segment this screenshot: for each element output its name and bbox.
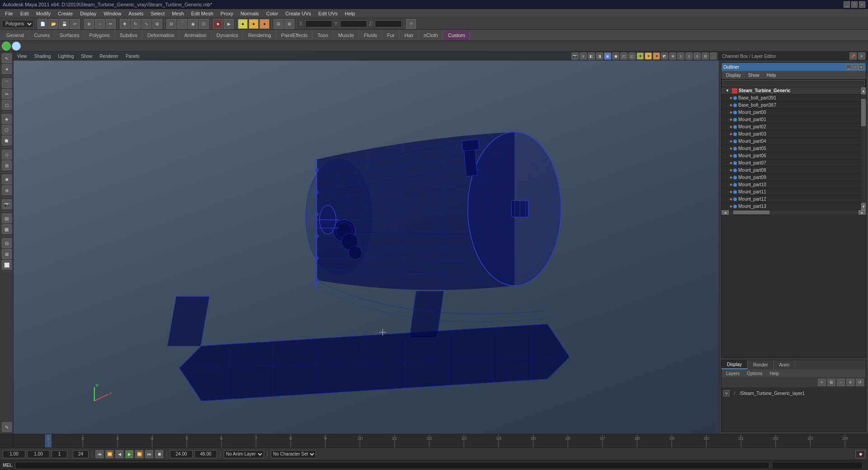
- tab-surfaces[interactable]: Surfaces: [55, 30, 84, 40]
- light-icon[interactable]: ☀: [637, 52, 644, 60]
- view-menu[interactable]: View: [15, 54, 29, 59]
- tab-muscle[interactable]: Muscle: [334, 30, 359, 40]
- tab-hair[interactable]: Hair: [400, 30, 419, 40]
- tab-animation[interactable]: Animation: [180, 30, 212, 40]
- save-button[interactable]: 💾: [59, 19, 69, 29]
- outliner-minimize-btn[interactable]: _: [846, 64, 851, 70]
- stop-btn[interactable]: ⏹: [155, 450, 163, 458]
- deform-btn[interactable]: ◇: [2, 150, 12, 160]
- minimize-button[interactable]: _: [844, 1, 850, 8]
- select-tool[interactable]: ⊕: [84, 19, 94, 29]
- shading-menu[interactable]: Shading: [33, 54, 53, 59]
- curve-btn[interactable]: ⌒: [2, 78, 12, 88]
- scroll-thumb[interactable]: [861, 99, 866, 126]
- snap-view[interactable]: ⊡: [199, 19, 209, 29]
- channel-expand-btn[interactable]: ≡: [858, 52, 865, 60]
- tree-item-root[interactable]: ▼ Steam_Turbine_Generic: [722, 87, 861, 94]
- auto-key-btn[interactable]: ⏺: [855, 450, 865, 458]
- start-frame-input[interactable]: [3, 450, 25, 458]
- tab-fur[interactable]: Fur: [382, 30, 400, 40]
- menu-edit[interactable]: Edit: [17, 10, 32, 17]
- tree-item-5[interactable]: ⊕ Mount_part03: [722, 131, 861, 138]
- layer-tab-render[interactable]: Render: [748, 360, 774, 369]
- menu-normals[interactable]: Normals: [237, 10, 262, 17]
- range-end2-input[interactable]: [194, 450, 217, 458]
- menu-edit-uvs[interactable]: Edit UVs: [315, 10, 341, 17]
- z-coord-value[interactable]: [375, 20, 402, 28]
- tab-polygons[interactable]: Polygons: [85, 30, 114, 40]
- ao-icon[interactable]: ◱: [628, 52, 636, 60]
- tool1-btn[interactable]: ⊟: [2, 238, 12, 248]
- layer-name[interactable]: /Steam_Turbine_Generic_layer1: [740, 391, 805, 396]
- paint-select[interactable]: ✏: [106, 19, 116, 29]
- camera-btn[interactable]: 📷: [2, 199, 12, 209]
- tree-item-7[interactable]: ⊕ Mount_part05: [722, 145, 861, 152]
- render-button[interactable]: ■: [213, 19, 223, 29]
- mel-input[interactable]: [15, 462, 769, 469]
- layer-vis-toggle[interactable]: V: [723, 390, 730, 396]
- snap-icon-2[interactable]: [12, 42, 21, 51]
- light1-button[interactable]: ●: [238, 19, 248, 29]
- hscroll-left-btn[interactable]: ◄: [722, 210, 729, 215]
- script-btn[interactable]: ✎: [2, 422, 12, 432]
- show-menu[interactable]: Show: [79, 54, 94, 59]
- tab-rendering[interactable]: Rendering: [244, 30, 276, 40]
- light2-icon[interactable]: ☀: [645, 52, 652, 60]
- tree-item-0[interactable]: ⊕ Base_bolt_part391: [722, 94, 861, 102]
- range-end-input[interactable]: [170, 450, 193, 458]
- tab-general[interactable]: General: [2, 30, 29, 40]
- layer-options-btn[interactable]: ≡: [846, 379, 854, 386]
- menu-display[interactable]: Display: [77, 10, 99, 17]
- layer-tab-display[interactable]: Display: [722, 360, 748, 369]
- snap-icon-1[interactable]: [2, 42, 11, 51]
- layer-ref-toggle[interactable]: /: [731, 390, 738, 396]
- tree-item-14[interactable]: ⊕ Mount_part12: [722, 196, 861, 203]
- snap-grid[interactable]: ⊟: [166, 19, 176, 29]
- solid-wire-icon[interactable]: ▣: [604, 52, 611, 60]
- paint-btn[interactable]: ✦: [2, 64, 12, 74]
- menu-proxy[interactable]: Proxy: [217, 10, 236, 17]
- create-layer-from-sel-btn[interactable]: ⊞: [827, 379, 835, 386]
- lasso-select[interactable]: ○: [95, 19, 105, 29]
- brush-btn[interactable]: ✏: [2, 89, 12, 99]
- x-coord-value[interactable]: [305, 20, 332, 28]
- tree-item-4[interactable]: ⊕ Mount_part02: [722, 123, 861, 131]
- grid-button[interactable]: ⊞: [284, 19, 294, 29]
- close-button[interactable]: ×: [859, 1, 865, 8]
- layer-tab-anim[interactable]: Anim: [774, 360, 796, 369]
- current-frame-input[interactable]: [27, 450, 50, 458]
- panels-menu[interactable]: Panels: [124, 54, 142, 59]
- scroll-up-btn[interactable]: ▲: [861, 87, 866, 94]
- open-button[interactable]: 📂: [48, 19, 58, 29]
- tree-item-11[interactable]: ⊕ Mount_part09: [722, 174, 861, 181]
- grid-icon[interactable]: #: [580, 52, 587, 60]
- more-icon[interactable]: …: [710, 52, 717, 60]
- menu-edit-mesh[interactable]: Edit Mesh: [188, 10, 217, 17]
- menu-create[interactable]: Create: [55, 10, 76, 17]
- options-menu[interactable]: Options: [745, 371, 764, 376]
- res3-icon[interactable]: 3: [693, 52, 701, 60]
- window-controls[interactable]: _ □ ×: [844, 1, 865, 8]
- menu-color[interactable]: Color: [263, 10, 281, 17]
- screenshot-icon[interactable]: ⊟: [702, 52, 709, 60]
- outliner-maximize-btn[interactable]: □: [852, 64, 858, 70]
- create-layer-btn[interactable]: +: [818, 379, 826, 386]
- tab-fluids[interactable]: Fluids: [359, 30, 382, 40]
- tree-item-6[interactable]: ⊕ Mount_part04: [722, 138, 861, 145]
- layers-menu[interactable]: Layers: [724, 371, 741, 376]
- menu-mesh[interactable]: Mesh: [169, 10, 187, 17]
- light2-button[interactable]: ●: [249, 19, 259, 29]
- tree-item-1[interactable]: ⊕ Base_bolt_part367: [722, 102, 861, 109]
- outliner-search-input[interactable]: [722, 80, 865, 86]
- tree-item-13[interactable]: ⊕ Mount_part11: [722, 188, 861, 196]
- outliner-scrollbar[interactable]: ▲ ▼: [861, 87, 866, 210]
- anim-layer-select[interactable]: No Anim Layer: [224, 450, 264, 458]
- menu-assets[interactable]: Assets: [125, 10, 146, 17]
- snap-curve[interactable]: ⌒: [177, 19, 187, 29]
- move-tool[interactable]: ✚: [120, 19, 130, 29]
- menu-select[interactable]: Select: [147, 10, 168, 17]
- help-menu[interactable]: Help: [768, 371, 781, 376]
- tree-item-10[interactable]: ⊕ Mount_part08: [722, 167, 861, 174]
- layout-button[interactable]: ⊟: [274, 19, 283, 29]
- tab-dynamics[interactable]: Dynamics: [212, 30, 243, 40]
